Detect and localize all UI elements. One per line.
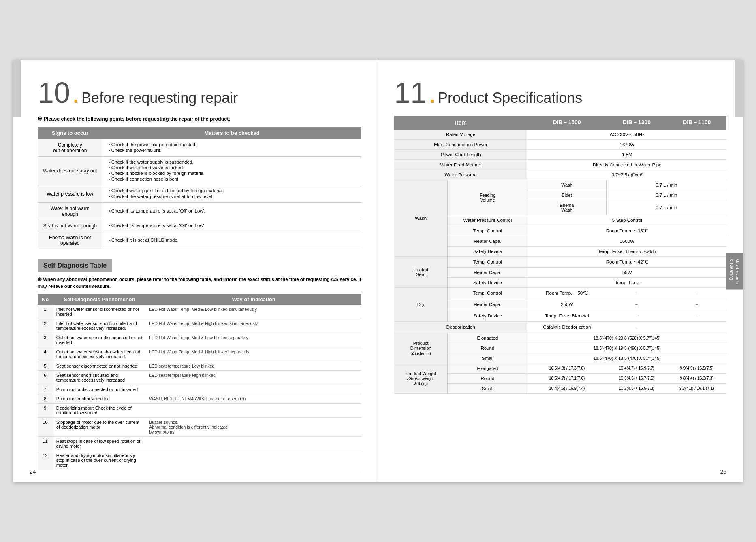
table-row: 7Pump motor disconnected or not inserted: [38, 385, 361, 394]
spec-wash-label: Wash: [394, 180, 448, 256]
table-row: Water Pressure 0.7~7.5kgf/cm²: [394, 170, 726, 180]
diag-cell-indication: LED Hot Water Temp. Med & Low blinked se…: [146, 333, 361, 347]
spec-hs-heater-val: 55W: [527, 267, 726, 277]
spec-wt-elong-v3: 9.9(4.5) / 16.5(7.5): [667, 363, 726, 373]
diag-cell-indication: [146, 437, 361, 451]
spec-deodor-label: Deodorization: [394, 321, 527, 333]
spec-deodor-v1: Catalytic Deodorization: [527, 321, 606, 333]
spec-dry-temp-v1: Room Temp. ~ 50℃: [527, 287, 606, 299]
spec-enema-sub-label: EnemaWash: [527, 200, 606, 215]
list-item: Check if the water pressure is set at to…: [109, 194, 358, 199]
table-row: Power Cord Length 1.8M: [394, 149, 726, 159]
trouble-sign: Enema Wash is not operated: [38, 232, 103, 249]
diag-cell-phenomenon: Seat sensor disconnected or not inserted: [53, 361, 146, 371]
table-row: 11Heat stops in case of low speed rotati…: [38, 437, 361, 451]
spec-wpc-label: Water Pressure Control: [448, 215, 527, 225]
spec-enema-val: 0.7 L / min: [606, 200, 726, 215]
diag-cell-indication: [146, 404, 361, 418]
diag-cell-phenomenon: Pump motor disconnected or not inserted: [53, 385, 146, 394]
diag-cell-indication: WASH, BIDET, ENEMA WASH are our of opera…: [146, 394, 361, 404]
section-header-left: 10 . Before requesting repair: [38, 76, 361, 109]
left-accent: [13, 60, 21, 117]
spec-dim-round-label: Round: [448, 343, 527, 353]
self-diag-title: Self-Diagnosis Table: [38, 259, 112, 272]
diag-cell-no: 11: [38, 437, 53, 451]
list-item: Check if water feed valve is locked: [109, 165, 358, 170]
spec-wash-wash-val: 0.7 L / min: [606, 180, 726, 190]
table-row: Dry Temp. Control Room Temp. ~ 50℃ － －: [394, 287, 726, 299]
trouble-checks: Check if the power plug is not connected…: [103, 139, 361, 157]
spec-header-dib1100: DIB－1100: [667, 116, 726, 130]
spec-dry-safety-v3: －: [667, 310, 726, 321]
diag-cell-phenomenon: Inlet hot water sensor disconnected or n…: [53, 305, 146, 319]
table-row: Completely out of operationCheck if the …: [38, 139, 361, 157]
section-title-left: Before requesting repair: [81, 89, 238, 106]
diag-cell-phenomenon: Pump motor short-circuited: [53, 394, 146, 404]
diag-cell-no: 9: [38, 404, 53, 418]
spec-dry-label: Dry: [394, 287, 448, 321]
section-number-right: 11: [394, 78, 427, 107]
section-number-left: 10: [38, 78, 70, 107]
spec-header-dib1300: DIB－1300: [606, 116, 667, 130]
page-number-left: 24: [30, 468, 36, 475]
page-number-right: 25: [720, 468, 726, 475]
diag-cell-no: 2: [38, 319, 53, 333]
trouble-checks: Check if the water supply is suspended.C…: [103, 156, 361, 185]
spec-dry-temp-label: Temp. Control: [448, 287, 527, 299]
list-item: Check if the power plug is not connected…: [109, 142, 358, 147]
list-item: Check if water pipe filter is blocked by…: [109, 188, 358, 193]
spec-wpc-val: 5-Step Control: [527, 215, 726, 225]
page-spread: 10 . Before requesting repair ※ Please c…: [13, 60, 743, 482]
spec-wash-heater-val: 1600W: [527, 236, 726, 246]
spec-max-power-val: 1670W: [527, 139, 726, 149]
list-item: Check the power failure.: [109, 148, 358, 153]
diag-cell-indication: Buzzer sounds. Abnormal condition is dif…: [146, 418, 361, 437]
section-header-right: 11 . Product Specifications: [394, 76, 726, 109]
spec-wt-small-label: Small: [448, 383, 527, 393]
diag-cell-phenomenon: Inlet hot water sensor short-circuited a…: [53, 319, 146, 333]
spec-rated-voltage-val: AC 230V~, 50Hz: [527, 130, 726, 140]
list-item: Check if nozzle is blocked by foreign ma…: [109, 171, 358, 176]
left-page: 10 . Before requesting repair ※ Please c…: [13, 60, 378, 482]
spec-wash-temp-val: Room Temp. ~ 38℃: [527, 225, 726, 236]
spec-wt-round-v3: 9.8(4.4) / 16.3(7.3): [667, 373, 726, 383]
table-row: HeatedSeat Temp. Control Room Temp. ~ 42…: [394, 256, 726, 267]
spec-dry-heater-v2: －: [606, 299, 667, 310]
spec-feed-method-label: Water Feed Method: [394, 159, 527, 170]
diag-cell-indication: LED Hot Water Temp. Med & High blinked s…: [146, 347, 361, 361]
list-item: Check if it is set at CHILD mode.: [109, 238, 358, 242]
diag-cell-no: 1: [38, 305, 53, 319]
spec-wash-sub-label: Wash: [527, 180, 606, 190]
table-row: Max. Consumption Power 1670W: [394, 139, 726, 149]
diag-cell-no: 12: [38, 451, 53, 470]
spec-wt-small-v3: 9.7(4.3) / 16.1 (7.1): [667, 383, 726, 393]
table-row: 4Outlet hot water sensor short-circuited…: [38, 347, 361, 361]
diag-table: No Self-Diagnosis Phenomenon Way of Indi…: [38, 294, 361, 470]
list-item: Check if its temperature is set at 'Off'…: [109, 208, 358, 213]
diag-cell-indication: LED seat temperature High blinked: [146, 371, 361, 385]
spec-wt-elong-label: Elongated: [448, 363, 527, 373]
spec-dim-small-label: Small: [448, 353, 527, 363]
diag-cell-phenomenon: Seat sensor short-circuited and temperat…: [53, 371, 146, 385]
table-row: 10Stoppage of motor due to the over-curr…: [38, 418, 361, 437]
spec-wt-small-v1: 10.4(4.6) / 16.9(7.4): [527, 383, 606, 393]
table-row: Enema Wash is not operatedCheck if it is…: [38, 232, 361, 249]
spec-dry-safety-v2: －: [606, 310, 667, 321]
section-dot-left: .: [72, 76, 80, 109]
spec-wash-safety-label: Safety Device: [448, 246, 527, 256]
spec-dry-safety-label: Safety Device: [448, 310, 527, 321]
repair-notice: ※ Please check the following points befo…: [38, 116, 361, 122]
self-diag-notice: ※ When any abnormal phenomenon occurs, p…: [38, 276, 361, 290]
spec-hs-heater-label: Heater Capa.: [448, 267, 527, 277]
table-row: 8Pump motor short-circuitedWASH, BIDET, …: [38, 394, 361, 404]
trouble-sign: Water is not warm enough: [38, 202, 103, 220]
diag-cell-phenomenon: Heater and drying motor simultaneously s…: [53, 451, 146, 470]
table-row: Wash FeedingVolume Wash 0.7 L / min: [394, 180, 726, 190]
trouble-checks: Check if its temperature is set at 'Off'…: [103, 220, 361, 232]
spec-heated-seat-label: HeatedSeat: [394, 256, 448, 287]
spec-bidet-val: 0.7 L / min: [606, 190, 726, 200]
spec-deodor-v3: [667, 321, 726, 333]
spec-dim-elong-label: Elongated: [448, 333, 527, 343]
table-row: 5Seat sensor disconnected or not inserte…: [38, 361, 361, 371]
diag-cell-indication: [146, 451, 361, 470]
